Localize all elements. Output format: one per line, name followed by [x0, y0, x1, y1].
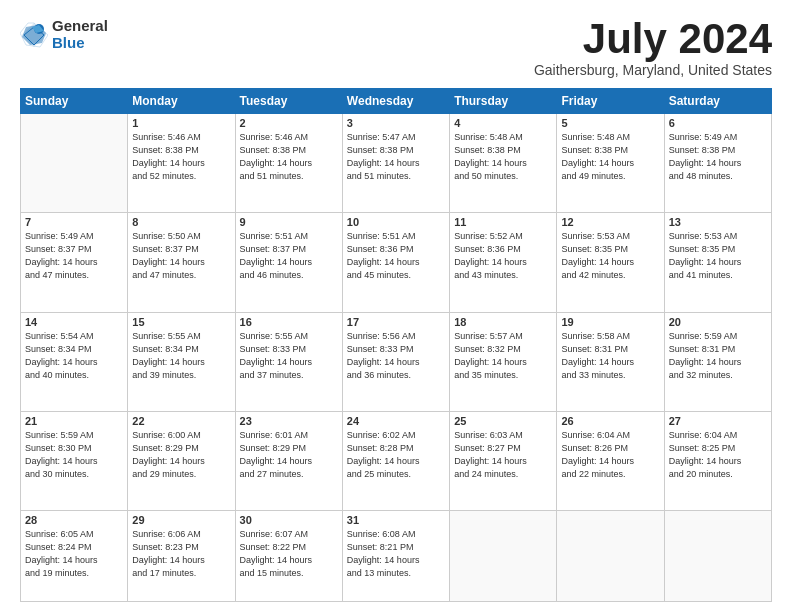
cell-info: Sunrise: 6:00 AM Sunset: 8:29 PM Dayligh…: [132, 429, 230, 481]
cell-info: Sunrise: 6:06 AM Sunset: 8:23 PM Dayligh…: [132, 528, 230, 580]
day-number: 25: [454, 415, 552, 427]
table-row: [21, 114, 128, 213]
table-row: 14Sunrise: 5:54 AM Sunset: 8:34 PM Dayli…: [21, 312, 128, 411]
cell-info: Sunrise: 5:49 AM Sunset: 8:38 PM Dayligh…: [669, 131, 767, 183]
table-row: 23Sunrise: 6:01 AM Sunset: 8:29 PM Dayli…: [235, 411, 342, 510]
table-row: 22Sunrise: 6:00 AM Sunset: 8:29 PM Dayli…: [128, 411, 235, 510]
calendar-week-row: 21Sunrise: 5:59 AM Sunset: 8:30 PM Dayli…: [21, 411, 772, 510]
day-number: 10: [347, 216, 445, 228]
cell-info: Sunrise: 6:02 AM Sunset: 8:28 PM Dayligh…: [347, 429, 445, 481]
table-row: [557, 511, 664, 602]
day-number: 23: [240, 415, 338, 427]
table-row: 9Sunrise: 5:51 AM Sunset: 8:37 PM Daylig…: [235, 213, 342, 312]
table-row: 19Sunrise: 5:58 AM Sunset: 8:31 PM Dayli…: [557, 312, 664, 411]
calendar-location: Gaithersburg, Maryland, United States: [534, 62, 772, 78]
cell-info: Sunrise: 5:48 AM Sunset: 8:38 PM Dayligh…: [454, 131, 552, 183]
table-row: 18Sunrise: 5:57 AM Sunset: 8:32 PM Dayli…: [450, 312, 557, 411]
day-number: 9: [240, 216, 338, 228]
logo-icon: [20, 21, 48, 49]
table-row: 21Sunrise: 5:59 AM Sunset: 8:30 PM Dayli…: [21, 411, 128, 510]
day-number: 26: [561, 415, 659, 427]
table-row: 5Sunrise: 5:48 AM Sunset: 8:38 PM Daylig…: [557, 114, 664, 213]
calendar-table: Sunday Monday Tuesday Wednesday Thursday…: [20, 88, 772, 602]
logo-general-label: General: [52, 18, 108, 35]
table-row: 27Sunrise: 6:04 AM Sunset: 8:25 PM Dayli…: [664, 411, 771, 510]
cell-info: Sunrise: 5:51 AM Sunset: 8:36 PM Dayligh…: [347, 230, 445, 282]
cell-info: Sunrise: 5:59 AM Sunset: 8:30 PM Dayligh…: [25, 429, 123, 481]
cell-info: Sunrise: 5:50 AM Sunset: 8:37 PM Dayligh…: [132, 230, 230, 282]
table-row: 31Sunrise: 6:08 AM Sunset: 8:21 PM Dayli…: [342, 511, 449, 602]
table-row: 10Sunrise: 5:51 AM Sunset: 8:36 PM Dayli…: [342, 213, 449, 312]
day-number: 19: [561, 316, 659, 328]
day-number: 28: [25, 514, 123, 526]
cell-info: Sunrise: 5:46 AM Sunset: 8:38 PM Dayligh…: [240, 131, 338, 183]
day-number: 5: [561, 117, 659, 129]
day-number: 17: [347, 316, 445, 328]
cell-info: Sunrise: 5:55 AM Sunset: 8:33 PM Dayligh…: [240, 330, 338, 382]
day-number: 15: [132, 316, 230, 328]
day-number: 16: [240, 316, 338, 328]
cell-info: Sunrise: 5:53 AM Sunset: 8:35 PM Dayligh…: [561, 230, 659, 282]
cell-info: Sunrise: 5:51 AM Sunset: 8:37 PM Dayligh…: [240, 230, 338, 282]
day-number: 31: [347, 514, 445, 526]
calendar-title: July 2024: [534, 18, 772, 60]
logo: General Blue: [20, 18, 108, 51]
cell-info: Sunrise: 5:55 AM Sunset: 8:34 PM Dayligh…: [132, 330, 230, 382]
cell-info: Sunrise: 6:04 AM Sunset: 8:26 PM Dayligh…: [561, 429, 659, 481]
col-thursday: Thursday: [450, 89, 557, 114]
day-number: 13: [669, 216, 767, 228]
col-friday: Friday: [557, 89, 664, 114]
cell-info: Sunrise: 6:04 AM Sunset: 8:25 PM Dayligh…: [669, 429, 767, 481]
day-number: 4: [454, 117, 552, 129]
cell-info: Sunrise: 6:07 AM Sunset: 8:22 PM Dayligh…: [240, 528, 338, 580]
cell-info: Sunrise: 5:54 AM Sunset: 8:34 PM Dayligh…: [25, 330, 123, 382]
table-row: 13Sunrise: 5:53 AM Sunset: 8:35 PM Dayli…: [664, 213, 771, 312]
cell-info: Sunrise: 5:59 AM Sunset: 8:31 PM Dayligh…: [669, 330, 767, 382]
col-tuesday: Tuesday: [235, 89, 342, 114]
table-row: 4Sunrise: 5:48 AM Sunset: 8:38 PM Daylig…: [450, 114, 557, 213]
cell-info: Sunrise: 5:56 AM Sunset: 8:33 PM Dayligh…: [347, 330, 445, 382]
table-row: 16Sunrise: 5:55 AM Sunset: 8:33 PM Dayli…: [235, 312, 342, 411]
cell-info: Sunrise: 5:52 AM Sunset: 8:36 PM Dayligh…: [454, 230, 552, 282]
table-row: 26Sunrise: 6:04 AM Sunset: 8:26 PM Dayli…: [557, 411, 664, 510]
day-number: 7: [25, 216, 123, 228]
table-row: 2Sunrise: 5:46 AM Sunset: 8:38 PM Daylig…: [235, 114, 342, 213]
cell-info: Sunrise: 5:46 AM Sunset: 8:38 PM Dayligh…: [132, 131, 230, 183]
table-row: [664, 511, 771, 602]
day-number: 21: [25, 415, 123, 427]
table-row: 17Sunrise: 5:56 AM Sunset: 8:33 PM Dayli…: [342, 312, 449, 411]
cell-info: Sunrise: 5:58 AM Sunset: 8:31 PM Dayligh…: [561, 330, 659, 382]
cell-info: Sunrise: 5:49 AM Sunset: 8:37 PM Dayligh…: [25, 230, 123, 282]
logo-text: General Blue: [52, 18, 108, 51]
day-number: 1: [132, 117, 230, 129]
day-number: 24: [347, 415, 445, 427]
table-row: 15Sunrise: 5:55 AM Sunset: 8:34 PM Dayli…: [128, 312, 235, 411]
table-row: 3Sunrise: 5:47 AM Sunset: 8:38 PM Daylig…: [342, 114, 449, 213]
day-number: 12: [561, 216, 659, 228]
day-number: 30: [240, 514, 338, 526]
col-saturday: Saturday: [664, 89, 771, 114]
day-number: 14: [25, 316, 123, 328]
day-number: 29: [132, 514, 230, 526]
cell-info: Sunrise: 5:47 AM Sunset: 8:38 PM Dayligh…: [347, 131, 445, 183]
day-number: 20: [669, 316, 767, 328]
cell-info: Sunrise: 5:57 AM Sunset: 8:32 PM Dayligh…: [454, 330, 552, 382]
logo-blue-label: Blue: [52, 35, 108, 52]
table-row: 30Sunrise: 6:07 AM Sunset: 8:22 PM Dayli…: [235, 511, 342, 602]
col-monday: Monday: [128, 89, 235, 114]
calendar-week-row: 28Sunrise: 6:05 AM Sunset: 8:24 PM Dayli…: [21, 511, 772, 602]
day-number: 8: [132, 216, 230, 228]
calendar-week-row: 7Sunrise: 5:49 AM Sunset: 8:37 PM Daylig…: [21, 213, 772, 312]
table-row: 25Sunrise: 6:03 AM Sunset: 8:27 PM Dayli…: [450, 411, 557, 510]
day-number: 27: [669, 415, 767, 427]
cell-info: Sunrise: 5:48 AM Sunset: 8:38 PM Dayligh…: [561, 131, 659, 183]
page: General Blue July 2024 Gaithersburg, Mar…: [0, 0, 792, 612]
table-row: [450, 511, 557, 602]
col-sunday: Sunday: [21, 89, 128, 114]
cell-info: Sunrise: 6:05 AM Sunset: 8:24 PM Dayligh…: [25, 528, 123, 580]
table-row: 28Sunrise: 6:05 AM Sunset: 8:24 PM Dayli…: [21, 511, 128, 602]
table-row: 1Sunrise: 5:46 AM Sunset: 8:38 PM Daylig…: [128, 114, 235, 213]
table-row: 8Sunrise: 5:50 AM Sunset: 8:37 PM Daylig…: [128, 213, 235, 312]
col-wednesday: Wednesday: [342, 89, 449, 114]
table-row: 7Sunrise: 5:49 AM Sunset: 8:37 PM Daylig…: [21, 213, 128, 312]
